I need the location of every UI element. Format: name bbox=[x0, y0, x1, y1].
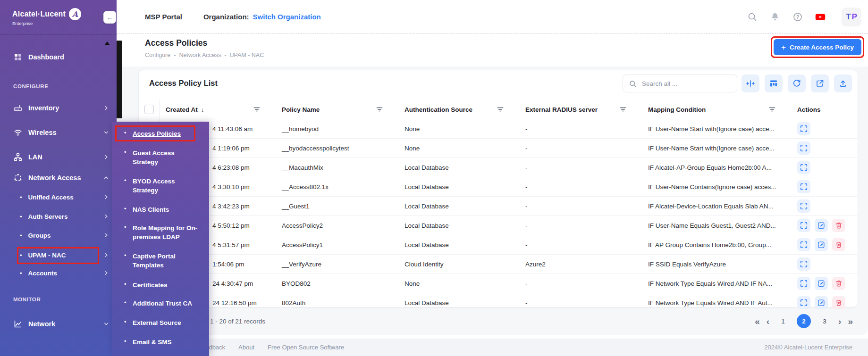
filter-icon[interactable] bbox=[768, 106, 776, 113]
svg-text:?: ? bbox=[796, 14, 799, 20]
filter-icon[interactable] bbox=[619, 106, 627, 113]
mapping-condition-cell: IF SSID Equals VerifyAzure bbox=[642, 261, 791, 268]
sidebar-item-network-access[interactable]: Network Access bbox=[0, 169, 117, 186]
edit-action-button[interactable] bbox=[815, 219, 828, 232]
select-all-checkbox[interactable] bbox=[144, 105, 154, 114]
pagination-next-button[interactable]: › bbox=[838, 317, 841, 326]
actions-cell bbox=[791, 180, 858, 193]
youtube-icon[interactable] bbox=[815, 12, 829, 22]
pagination-page-3[interactable]: 3 bbox=[817, 314, 832, 328]
expand-action-button[interactable] bbox=[797, 296, 810, 309]
pagination-first-button[interactable]: « bbox=[755, 317, 760, 326]
auth-source-cell: Local Database bbox=[398, 241, 519, 248]
bullet-icon: • bbox=[20, 232, 22, 239]
column-header-policy-name: Policy Name bbox=[276, 106, 398, 113]
column-header-authentication-source: Authentication Source bbox=[398, 106, 519, 113]
sidebar-item-label: Groups bbox=[28, 232, 51, 239]
organization-label: Organization: bbox=[203, 13, 249, 21]
fit-columns-button[interactable] bbox=[742, 75, 759, 92]
expand-action-button[interactable] bbox=[797, 238, 810, 251]
columns-button[interactable] bbox=[765, 75, 783, 92]
switch-organization-link[interactable]: Switch Organization bbox=[253, 13, 321, 21]
filter-icon[interactable] bbox=[253, 106, 261, 113]
sidebar-item-network[interactable]: Network bbox=[0, 315, 117, 332]
user-avatar[interactable]: T P bbox=[842, 8, 861, 26]
filter-icon[interactable] bbox=[497, 106, 504, 113]
edit-action-button[interactable] bbox=[815, 277, 828, 290]
refresh-button[interactable] bbox=[788, 75, 806, 92]
sidebar-item-auth-servers[interactable]: •Auth Servers bbox=[0, 209, 117, 224]
sidebar-item-groups[interactable]: •Groups bbox=[0, 228, 117, 243]
flyout-item-email-sms[interactable]: •Email & SMS bbox=[112, 338, 209, 347]
chevron-right-icon bbox=[103, 214, 109, 219]
bullet-icon: • bbox=[20, 270, 22, 277]
expand-action-button[interactable] bbox=[797, 219, 810, 232]
sidebar-collapse-button[interactable]: ← bbox=[103, 11, 116, 24]
flyout-item-guest-access-strategy[interactable]: •Guest Access Strategy bbox=[112, 149, 209, 166]
flyout-item-external-source[interactable]: •External Source bbox=[112, 318, 209, 327]
expand-action-button[interactable] bbox=[797, 141, 810, 155]
sort-desc-icon[interactable]: ↓ bbox=[201, 106, 204, 113]
flyout-item-byod-access-strategy[interactable]: •BYOD Access Strategy bbox=[112, 177, 209, 195]
portal-title: MSP Portal bbox=[145, 13, 182, 21]
upload-button[interactable] bbox=[834, 75, 852, 92]
expand-action-button[interactable] bbox=[797, 277, 810, 290]
flyout-item-nas-clients[interactable]: •NAS Clients bbox=[112, 205, 209, 214]
filter-icon[interactable] bbox=[376, 106, 383, 113]
expand-action-button[interactable] bbox=[797, 122, 810, 135]
table-row: 4 3:30:10 pm__Access802.1xLocal Database… bbox=[139, 177, 858, 197]
breadcrumb-item-upam-nac[interactable]: UPAM - NAC bbox=[229, 52, 264, 58]
sidebar-item-wireless[interactable]: Wireless bbox=[0, 124, 117, 141]
delete-action-button[interactable] bbox=[832, 219, 845, 232]
sidebar-item-dashboard[interactable]: Dashboard bbox=[0, 49, 117, 66]
annotation-create-button: + Create Access Policy bbox=[771, 36, 864, 58]
bullet-icon: • bbox=[20, 194, 22, 201]
pagination-page-1[interactable]: 1 bbox=[776, 314, 790, 328]
avatar-initial-t: T bbox=[846, 12, 851, 22]
breadcrumb-item-configure[interactable]: Configure bbox=[145, 52, 170, 58]
radius-server-cell: - bbox=[519, 164, 642, 171]
sidebar-item-inventory[interactable]: Inventory bbox=[0, 99, 117, 116]
flyout-item-additional-trust-ca[interactable]: •Additional Trust CA bbox=[112, 299, 209, 308]
pagination-prev-button[interactable]: ‹ bbox=[767, 317, 769, 326]
expand-action-button[interactable] bbox=[797, 180, 810, 193]
pagination-page-2[interactable]: 2 bbox=[797, 314, 811, 328]
export-button[interactable] bbox=[811, 75, 829, 92]
auth-source-cell: Local Database bbox=[398, 203, 519, 210]
flyout-item-certificates[interactable]: •Certificates bbox=[112, 281, 209, 290]
pagination-last-button[interactable]: » bbox=[848, 317, 853, 326]
flyout-item-role-mapping-for-on-premises-ldap[interactable]: •Role Mapping for On-premises LDAP bbox=[112, 224, 209, 241]
search-input[interactable] bbox=[641, 80, 728, 88]
sidebar-scroll-up-icon[interactable] bbox=[104, 41, 110, 45]
delete-action-button[interactable] bbox=[832, 277, 845, 290]
access-policy-table: Created At↓Policy NameAuthentication Sou… bbox=[139, 100, 858, 312]
sidebar-item-unified-access[interactable]: •Unified Access bbox=[0, 190, 117, 205]
expand-action-button[interactable] bbox=[797, 199, 810, 213]
bullet-icon: • bbox=[124, 252, 129, 270]
chevron-right-icon bbox=[103, 154, 109, 160]
column-header-actions: Actions bbox=[791, 106, 858, 113]
sidebar-item-accounts[interactable]: •Accounts bbox=[0, 265, 117, 281]
create-button-label: Create Access Policy bbox=[790, 44, 854, 51]
flyout-item-captive-portal-templates[interactable]: •Captive Portal Templates bbox=[112, 252, 209, 270]
delete-action-button[interactable] bbox=[832, 238, 845, 251]
expand-action-button[interactable] bbox=[797, 161, 810, 174]
mapping-condition-cell: IF User-Name Start with(Ignore case) acc… bbox=[642, 125, 791, 132]
bullet-icon: • bbox=[124, 318, 129, 327]
search-icon[interactable] bbox=[747, 12, 758, 22]
bell-icon[interactable] bbox=[770, 12, 780, 22]
footer-link-free-open-source-software[interactable]: Free Open Source Software bbox=[268, 344, 344, 351]
actions-cell bbox=[791, 161, 858, 174]
sidebar-item-lan[interactable]: LAN bbox=[0, 149, 117, 166]
edit-action-button[interactable] bbox=[815, 238, 828, 251]
page-title: Access Policies bbox=[145, 38, 207, 48]
help-icon[interactable]: ? bbox=[792, 12, 803, 22]
breadcrumb-item-network-access[interactable]: Network Access bbox=[179, 52, 221, 58]
delete-action-button[interactable] bbox=[832, 296, 845, 309]
edit-action-button[interactable] bbox=[815, 296, 828, 309]
actions-cell bbox=[791, 296, 858, 309]
sidebar-scrollbar[interactable] bbox=[117, 41, 122, 118]
create-access-policy-button[interactable]: + Create Access Policy bbox=[774, 39, 861, 55]
expand-action-button[interactable] bbox=[797, 257, 810, 271]
footer-link-about[interactable]: About bbox=[238, 344, 254, 351]
